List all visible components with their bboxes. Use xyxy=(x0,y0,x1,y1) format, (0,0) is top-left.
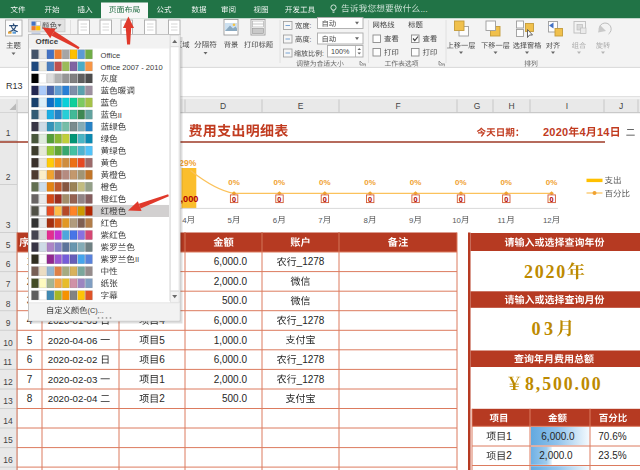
svg-text:0: 0 xyxy=(232,195,236,204)
svg-text:14: 14 xyxy=(3,416,13,426)
svg-text:3: 3 xyxy=(6,220,11,230)
svg-text:1: 1 xyxy=(6,128,11,138)
svg-text:0%: 0% xyxy=(228,178,240,187)
svg-text:6: 6 xyxy=(27,354,33,365)
svg-text:10: 10 xyxy=(3,338,13,348)
svg-text:E: E xyxy=(298,101,304,111)
svg-text::: : xyxy=(310,36,312,43)
svg-text:G: G xyxy=(474,101,481,111)
svg-text:500.0: 500.0 xyxy=(222,393,247,404)
svg-text:03: 03 xyxy=(532,319,557,339)
svg-text:(C)...: (C)... xyxy=(88,306,104,315)
svg-text:0%: 0% xyxy=(500,178,512,187)
svg-text:14: 14 xyxy=(597,126,610,138)
svg-text:11: 11 xyxy=(3,357,12,367)
svg-text:1: 1 xyxy=(159,374,165,385)
svg-text:5: 5 xyxy=(159,335,165,346)
svg-text:2020-02-02: 2020-02-02 xyxy=(48,354,98,365)
svg-text:2020-02-04: 2020-02-04 xyxy=(48,393,98,404)
svg-text:I: I xyxy=(566,101,568,111)
svg-text:F: F xyxy=(395,101,400,111)
svg-text:4: 4 xyxy=(579,126,586,138)
svg-text:_1278: _1278 xyxy=(296,354,325,365)
svg-text:12: 12 xyxy=(543,216,552,225)
svg-text:6: 6 xyxy=(273,216,278,225)
svg-text:4: 4 xyxy=(182,216,187,225)
svg-text:5: 5 xyxy=(27,335,33,346)
svg-text:Office: Office xyxy=(36,37,59,46)
svg-text:13: 13 xyxy=(3,396,13,406)
svg-text::: : xyxy=(310,22,312,29)
svg-text:_1278: _1278 xyxy=(296,374,325,385)
svg-text:2020-04-06: 2020-04-06 xyxy=(48,335,98,346)
svg-text:0: 0 xyxy=(550,195,554,204)
svg-text:0: 0 xyxy=(323,195,327,204)
svg-text:0%: 0% xyxy=(319,178,331,187)
svg-text:0%: 0% xyxy=(455,178,467,187)
svg-text:7: 7 xyxy=(318,216,322,225)
svg-text:_1278: _1278 xyxy=(296,256,325,267)
svg-text:12: 12 xyxy=(3,377,13,387)
svg-text:2020: 2020 xyxy=(543,126,568,138)
svg-text:6,000.0: 6,000.0 xyxy=(541,431,575,442)
svg-text:6,000.0: 6,000.0 xyxy=(214,256,248,267)
svg-text:9: 9 xyxy=(6,318,11,328)
svg-text:2,000.0: 2,000.0 xyxy=(214,276,248,287)
svg-text:Office: Office xyxy=(101,51,121,60)
svg-text:2020: 2020 xyxy=(524,262,567,282)
svg-text:0: 0 xyxy=(504,195,508,204)
svg-text:1,000.0: 1,000.0 xyxy=(214,335,248,346)
svg-text:2,000.0: 2,000.0 xyxy=(539,450,573,461)
svg-text:8: 8 xyxy=(6,299,11,309)
svg-text:,000: ,000 xyxy=(181,194,199,204)
svg-text:6,000.0: 6,000.0 xyxy=(214,315,248,326)
svg-text:100%: 100% xyxy=(331,47,350,56)
svg-text:7: 7 xyxy=(6,279,11,289)
svg-text:2020-02-03: 2020-02-03 xyxy=(48,374,98,385)
svg-text:_1278: _1278 xyxy=(296,315,325,326)
svg-text:J: J xyxy=(619,101,623,111)
svg-text:5: 5 xyxy=(227,216,232,225)
svg-text:500.0: 500.0 xyxy=(222,295,247,306)
svg-text:...: ... xyxy=(421,4,428,14)
svg-text:8,500.00: 8,500.00 xyxy=(525,374,602,394)
svg-text:0%: 0% xyxy=(546,178,558,187)
svg-text:0: 0 xyxy=(413,195,417,204)
svg-text:11: 11 xyxy=(498,216,506,225)
svg-text:H: H xyxy=(508,101,514,111)
svg-text:2: 2 xyxy=(6,172,11,182)
svg-text:8: 8 xyxy=(27,393,33,404)
svg-text:0%: 0% xyxy=(274,178,286,187)
svg-text:6: 6 xyxy=(6,259,11,269)
svg-text:0%: 0% xyxy=(410,178,422,187)
svg-text:0: 0 xyxy=(368,195,372,204)
svg-text:2,000.0: 2,000.0 xyxy=(214,374,248,385)
svg-text:D: D xyxy=(220,101,226,111)
svg-text:8: 8 xyxy=(364,216,369,225)
svg-text:Office 2007 - 2010: Office 2007 - 2010 xyxy=(101,63,163,72)
svg-text:5: 5 xyxy=(6,240,11,250)
svg-text:15: 15 xyxy=(3,435,13,445)
svg-text:16: 16 xyxy=(3,455,13,465)
svg-text:1: 1 xyxy=(506,431,512,442)
svg-text:0%: 0% xyxy=(364,178,376,187)
svg-text:R13: R13 xyxy=(6,81,23,91)
svg-text:II: II xyxy=(135,255,139,264)
svg-text::: : xyxy=(322,50,324,57)
svg-text:70.6%: 70.6% xyxy=(598,431,626,442)
svg-text:II: II xyxy=(118,111,122,120)
svg-text:6,000.0: 6,000.0 xyxy=(214,354,248,365)
svg-text:7: 7 xyxy=(27,374,33,385)
svg-text:2: 2 xyxy=(159,393,165,404)
svg-text:10: 10 xyxy=(452,216,461,225)
svg-text:23.5%: 23.5% xyxy=(598,450,626,461)
svg-text:2: 2 xyxy=(506,450,512,461)
svg-text:0: 0 xyxy=(277,195,281,204)
svg-text:0: 0 xyxy=(459,195,463,204)
svg-text:6: 6 xyxy=(159,354,165,365)
svg-text:9: 9 xyxy=(409,216,413,225)
